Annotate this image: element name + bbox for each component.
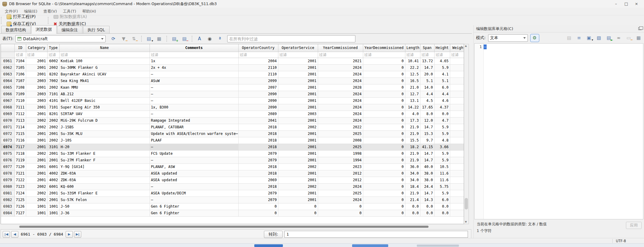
cell-YearDecommissioned[interactable]: 0 <box>363 58 405 64</box>
cell-ID[interactable]: 7115 <box>14 130 26 137</box>
column-header-Weight[interactable]: Weight <box>450 44 464 52</box>
cell-Type[interactable]: 8201 <box>47 111 59 117</box>
cell-OperatorService[interactable]: 2003 <box>278 111 318 117</box>
filter-all-input[interactable] <box>227 35 355 42</box>
cell-Height[interactable]: 0.0 <box>434 210 450 216</box>
cell-Length[interactable]: 14.22 <box>405 104 420 111</box>
cell-OperatorCountry[interactable]: 2110 <box>238 64 278 71</box>
cell-OperatorService[interactable]: 2001 <box>278 130 318 137</box>
cell-Length[interactable]: 21.9 <box>405 190 420 197</box>
cell-Length[interactable]: 34.0 <box>405 170 420 177</box>
case-icon[interactable]: ª <box>217 36 223 42</box>
cell-OperatorCountry[interactable]: 2069 <box>238 177 278 183</box>
maximize-button[interactable]: □ <box>621 1 631 7</box>
cell-Category[interactable]: 2001 <box>26 104 47 111</box>
cell-Span[interactable]: 14.7 <box>420 190 434 197</box>
word-wrap-icon[interactable]: ≡ <box>576 35 582 41</box>
column-filter-YearCommissioned[interactable]: 过滤 <box>318 52 363 58</box>
cell-Weight[interactable] <box>450 177 464 183</box>
cell-Height[interactable]: 5.9 <box>434 130 450 137</box>
cell-Span[interactable]: 12.0 <box>420 117 434 124</box>
row-number[interactable]: 6980 <box>1 183 14 190</box>
tab-数据库结构[interactable]: 数据库结构 <box>1 26 31 33</box>
cell-YearDecommissioned[interactable]: 0 <box>363 183 405 190</box>
cell-YearCommissioned[interactable]: 2024 <box>318 111 363 117</box>
cell-ID[interactable]: 7123 <box>14 183 26 190</box>
cell-Name[interactable]: MiG-29K Fulcrum D <box>59 117 150 124</box>
cell-Span[interactable]: 0.0 <box>420 203 434 210</box>
cell-Category[interactable]: 2003 <box>26 97 47 104</box>
column-header-Span[interactable]: Span <box>420 44 434 52</box>
cell-Length[interactable]: 0.0 <box>405 203 420 210</box>
cell-Name[interactable]: J-10S <box>59 137 150 144</box>
cell-Comments[interactable]: – <box>150 97 238 104</box>
cell-OperatorService[interactable]: 2001 <box>278 78 318 84</box>
cell-OperatorService[interactable]: 2001 <box>278 144 318 150</box>
cell-ID[interactable]: 7125 <box>14 197 26 203</box>
cell-Weight[interactable] <box>450 137 464 144</box>
cell-OperatorService[interactable]: 2002 <box>278 124 318 130</box>
cell-Type[interactable]: 7101 <box>47 104 59 111</box>
cell-OperatorCountry[interactable]: 2018 <box>238 183 278 190</box>
cell-Comments[interactable]: Rampage Integrated <box>150 117 238 124</box>
cell-Span[interactable]: 8.0 <box>420 111 434 117</box>
cell-Type[interactable]: 2002 <box>47 84 59 91</box>
cell-Length[interactable]: 13.1 <box>405 97 420 104</box>
cell-ID[interactable]: 7106 <box>14 71 26 78</box>
cell-YearCommissioned[interactable]: 2012 <box>318 177 363 183</box>
cell-Type[interactable]: 2001 <box>47 157 59 163</box>
cell-Height[interactable]: 10.5 <box>434 163 450 170</box>
text-document-icon[interactable]: ▤ <box>566 35 572 41</box>
row-number[interactable]: 6981 <box>1 190 14 197</box>
column-header-Type[interactable]: Type <box>47 44 59 52</box>
editor-content[interactable]: – <box>484 44 487 219</box>
cell-OperatorService[interactable]: 0 <box>278 210 318 216</box>
cell-OperatorService[interactable]: 2001 <box>278 150 318 157</box>
cell-Name[interactable]: Su-35K MLU <box>59 130 150 137</box>
float-panel-icon[interactable] <box>638 27 642 30</box>
cell-Comments[interactable]: – <box>150 91 238 97</box>
cell-ID[interactable]: 7122 <box>14 177 26 183</box>
cell-Span[interactable]: 0.0 <box>420 210 434 216</box>
cell-Type[interactable]: 6001 <box>47 183 59 190</box>
cell-ID[interactable]: 7107 <box>14 78 26 84</box>
cell-YearCommissioned[interactable]: 2024 <box>318 71 363 78</box>
cell-Name[interactable]: Su-33M Flanker E <box>59 150 150 157</box>
tab-编辑杂注[interactable]: 编辑杂注 <box>57 26 82 33</box>
tab-浏览数据[interactable]: 浏览数据 <box>31 25 57 34</box>
cell-Comments[interactable]: 1x, B300 <box>150 104 238 111</box>
cell-Span[interactable]: 41.15 <box>420 144 434 150</box>
cell-Type[interactable]: 1001 <box>47 203 59 210</box>
cell-Category[interactable]: 2002 <box>26 150 47 157</box>
cell-Name[interactable]: Y-9Q [GX14] <box>59 163 150 170</box>
cell-Weight[interactable] <box>450 130 464 137</box>
cell-Height[interactable]: 5.9 <box>434 64 450 71</box>
cell-YearCommissioned[interactable]: 2021 <box>318 58 363 64</box>
cell-Span[interactable]: 24.4 <box>420 183 434 190</box>
cell-YearDecommissioned[interactable]: 0 <box>363 78 405 84</box>
cell-Category[interactable]: 2002 <box>26 183 47 190</box>
cell-OperatorService[interactable]: 0 <box>278 203 318 210</box>
apply-button[interactable]: 应用 <box>626 222 642 229</box>
cell-Comments[interactable]: PLAAF <box>150 137 238 144</box>
cell-OperatorService[interactable]: 2001 <box>278 104 318 111</box>
cell-YearCommissioned[interactable]: 2028 <box>318 84 363 91</box>
cell-Weight[interactable] <box>450 117 464 124</box>
cell-YearCommissioned[interactable]: 1994 <box>318 157 363 163</box>
cell-Weight[interactable] <box>450 150 464 157</box>
cell-ID[interactable]: 7120 <box>14 163 26 170</box>
cell-YearCommissioned[interactable]: 2024 <box>318 91 363 97</box>
cell-Span[interactable]: 14.7 <box>420 124 434 130</box>
column-filter-Span[interactable]: 过滤 <box>420 52 434 58</box>
cell-Category[interactable]: 2001 <box>26 71 47 78</box>
cell-Name[interactable]: Su-27M Flanker F <box>59 157 150 163</box>
save-cell-icon[interactable]: ▣▾ <box>586 35 592 41</box>
cell-YearCommissioned[interactable]: 0 <box>318 203 363 210</box>
column-header-Height[interactable]: Height <box>434 44 450 52</box>
column-header-OperatorCountry[interactable]: OperatorCountry <box>238 44 278 52</box>
cell-Weight[interactable] <box>450 124 464 130</box>
cell-Span[interactable]: 4.4 <box>420 91 434 97</box>
cell-OperatorService[interactable]: 2001 <box>278 58 318 64</box>
cell-Span[interactable]: 14.7 <box>420 150 434 157</box>
cell-YearDecommissioned[interactable]: 0 <box>363 163 405 170</box>
